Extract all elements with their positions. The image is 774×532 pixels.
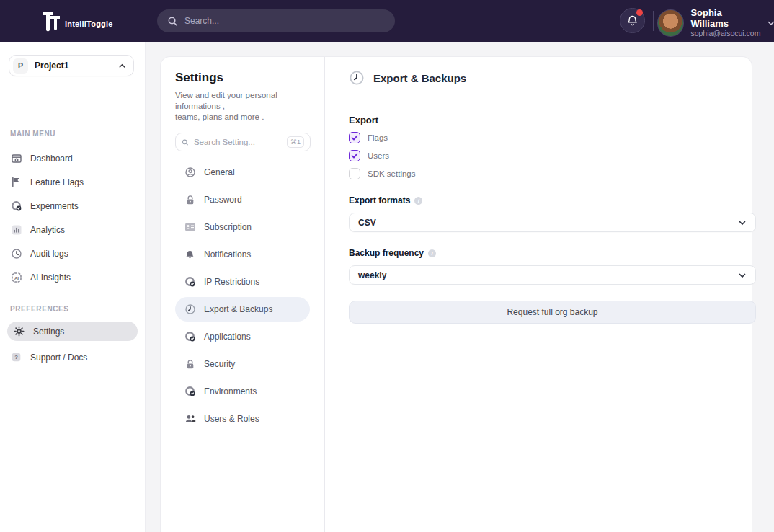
export-formats-label: Export formats [349, 195, 410, 205]
sidebar-item-label: Analytics [30, 225, 65, 235]
search-icon [167, 16, 178, 27]
export-formats-select[interactable]: CSV [349, 213, 756, 232]
settings-nav-subscription[interactable]: Subscription [175, 215, 310, 239]
sidebar-item-dashboard[interactable]: Dashboard [0, 146, 145, 170]
sidebar-item-label: Dashboard [30, 154, 73, 164]
settings-nav-panel: Settings View and edit your personal inf… [161, 57, 325, 532]
sidebar-item-feature-flags[interactable]: Feature Flags [0, 170, 145, 194]
info-icon: i [428, 249, 436, 257]
globe-check-icon [184, 276, 196, 288]
lock-icon [184, 358, 196, 371]
avatar [657, 9, 684, 37]
settings-nav-notifications[interactable]: Notifications [175, 242, 310, 267]
section-label-main-menu: MAIN MENU [0, 130, 145, 138]
search-icon [182, 138, 189, 147]
global-search-input[interactable] [184, 16, 385, 26]
backup-frequency-select[interactable]: weekly [349, 265, 756, 285]
sidebar-item-experiments[interactable]: Experiments [0, 194, 145, 218]
chevron-up-icon [118, 62, 126, 70]
settings-search-input[interactable] [194, 138, 287, 146]
sidebar-item-label: Experiments [30, 201, 79, 211]
globe-check-icon [184, 331, 196, 343]
project-avatar: P [13, 58, 28, 74]
app-sidebar: P Project1 MAIN MENU Dashboard Feature F… [0, 42, 146, 532]
bar-chart-icon [10, 223, 22, 236]
svg-text:AI: AI [14, 275, 18, 280]
question-badge-icon: ? [10, 351, 22, 363]
settings-title: Settings [175, 71, 310, 85]
sidebar-item-analytics[interactable]: Analytics [0, 218, 145, 241]
settings-nav-environments[interactable]: Environments [175, 379, 310, 404]
sidebar-item-audit-logs[interactable]: Audit logs [0, 241, 145, 265]
settings-nav-password[interactable]: Password [175, 187, 310, 212]
sidebar-item-support-docs[interactable]: ? Support / Docs [0, 345, 145, 369]
id-card-icon [184, 221, 196, 234]
settings-search[interactable]: ⌘1 [175, 133, 311, 151]
brand: IntelliToggle [40, 7, 113, 35]
settings-nav-export-backups[interactable]: Export & Backups [175, 297, 310, 322]
settings-subtitle: View and edit your personal informations… [175, 90, 310, 123]
bell-icon [184, 249, 196, 261]
notification-dot [636, 9, 643, 16]
notifications-button[interactable] [620, 8, 645, 33]
export-group-label: Export [349, 115, 742, 125]
chevron-down-icon [738, 271, 747, 280]
info-icon: i [414, 197, 422, 205]
flag-icon [10, 176, 22, 188]
settings-nav-applications[interactable]: Applications [175, 324, 310, 349]
history-clock-icon [349, 70, 365, 86]
users-icon [184, 413, 196, 425]
keyboard-shortcut-badge: ⌘1 [287, 136, 304, 148]
globe-check-icon [184, 386, 196, 398]
project-name: Project1 [35, 61, 118, 71]
top-navigation-bar: IntelliToggle Sophia Williams sophia@ais… [0, 0, 774, 42]
topbar-divider [653, 11, 654, 31]
user-email: sophia@aisocui.com [690, 29, 761, 38]
sidebar-item-label: Feature Flags [30, 177, 84, 187]
history-clock-icon [184, 303, 196, 316]
lock-icon [184, 194, 196, 206]
settings-nav-users-roles[interactable]: Users & Roles [175, 407, 310, 431]
sidebar-item-label: AI Insights [30, 272, 71, 283]
user-name: Sophia Williams [690, 7, 761, 29]
checkbox-flags[interactable]: Flags [349, 132, 742, 143]
gear-icon [13, 325, 25, 337]
project-selector[interactable]: P Project1 [9, 55, 134, 76]
intellitoggle-logo-icon [40, 7, 63, 35]
clock-icon [10, 247, 22, 260]
checkbox-sdk-settings[interactable]: SDK settings [349, 168, 742, 179]
sidebar-item-ai-insights[interactable]: AI AI Insights [0, 265, 145, 289]
checkbox-icon [349, 168, 360, 179]
sidebar-item-settings[interactable]: Settings [7, 322, 138, 341]
svg-text:?: ? [14, 354, 18, 360]
page-title: Export & Backups [373, 72, 466, 84]
settings-nav-general[interactable]: General [175, 160, 310, 185]
settings-nav: General Password Subscription Notificati… [175, 160, 310, 431]
checkbox-users[interactable]: Users [349, 150, 742, 161]
globe-check-icon [10, 200, 22, 212]
sidebar-item-label: Settings [33, 327, 64, 337]
checkbox-icon [349, 132, 360, 143]
backup-frequency-label: Backup frequency [349, 248, 424, 258]
chevron-down-icon [738, 218, 747, 227]
settings-card: Settings View and edit your personal inf… [160, 56, 752, 532]
settings-nav-security[interactable]: Security [175, 352, 310, 376]
brand-name: IntelliToggle [65, 19, 113, 28]
chevron-down-icon [767, 19, 774, 27]
sidebar-item-label: Support / Docs [30, 353, 87, 363]
checkbox-icon [349, 150, 360, 161]
person-circle-icon [184, 167, 196, 179]
global-search[interactable] [157, 9, 395, 32]
export-backups-panel: Export & Backups Export Flags Users [334, 57, 753, 532]
dashboard-icon [10, 152, 22, 164]
request-full-org-backup-button[interactable]: Request full org backup [349, 301, 756, 324]
ai-badge-icon: AI [10, 271, 22, 283]
section-label-preferences: PREFERENCES [0, 305, 145, 313]
sidebar-item-label: Audit logs [30, 249, 68, 259]
user-menu[interactable]: Sophia Williams sophia@aisocui.com [657, 7, 774, 38]
bell-icon [626, 14, 639, 27]
settings-nav-ip-restrictions[interactable]: IP Restrictions [175, 270, 310, 294]
